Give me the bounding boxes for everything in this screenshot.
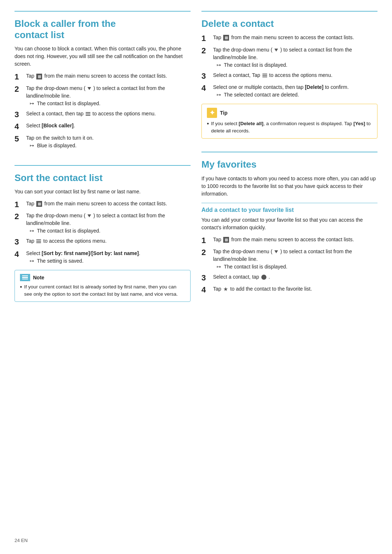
- delete-contact-title: Delete a contact: [201, 18, 377, 29]
- menu-icon: [36, 238, 42, 244]
- step-item: 2 Tap the drop-down menu ( ) to select a…: [15, 212, 191, 235]
- star-icon: ★: [223, 285, 228, 294]
- sort-contact-desc: You can sort your contact list by first …: [15, 188, 191, 196]
- step-item: 1 Tap ▩ from the main menu screen to acc…: [15, 72, 191, 82]
- sort-contact-steps: 1 Tap ▩ from the main menu screen to acc…: [15, 200, 191, 265]
- tip-icon: ✦: [207, 108, 217, 118]
- circle-icon: [261, 275, 266, 280]
- contacts-icon: ▩: [36, 201, 42, 207]
- tip-box: ✦ Tip • If you select [Delete all], a co…: [201, 104, 377, 139]
- note-box: Note • If your current contact list is a…: [15, 270, 191, 302]
- sort-contact-section: Sort the contact list You can sort your …: [15, 165, 191, 308]
- delete-contact-steps: 1 Tap ▩ from the main menu screen to acc…: [201, 34, 377, 99]
- step-item: 4 Tap ★ to add the contact to the favori…: [201, 285, 377, 295]
- my-favorites-desc: If you have contacts to whom you need to…: [201, 175, 377, 198]
- sort-contact-title: Sort the contact list: [15, 172, 191, 184]
- step-item: 4 Select [Sort by: first name]/[Sort by:…: [15, 250, 191, 265]
- menu-icon: [85, 111, 91, 116]
- tip-bullet: • If you select [Delete all], a confirma…: [207, 120, 372, 135]
- step-item: 2 Tap the drop-down menu ( ) to select a…: [201, 46, 377, 69]
- add-favorite-subtitle: Add a contact to your favorite list: [201, 203, 377, 213]
- block-caller-title: Block a caller from the contact list: [15, 18, 191, 41]
- step-item: 1 Tap ▩ from the main menu screen to acc…: [201, 34, 377, 43]
- contacts-icon: ▩: [36, 74, 42, 79]
- note-header: Note: [20, 274, 185, 281]
- step-item: 2 Tap the drop-down menu ( ) to select a…: [15, 85, 191, 107]
- step-item: 3 Select a contact, tap .: [201, 273, 377, 283]
- step-item: 3 Select a contact, then tap to access t…: [15, 110, 191, 119]
- step-item: 3 Tap to access the options menu.: [15, 237, 191, 247]
- contacts-icon: ▩: [223, 35, 229, 41]
- step-item: 4 Select [Block caller].: [15, 122, 191, 131]
- triangle-icon: [87, 214, 91, 217]
- tip-header: ✦ Tip: [207, 108, 372, 118]
- note-bullet: • If your current contact list is alread…: [20, 283, 185, 298]
- add-favorite-steps: 1 Tap ▩ from the main menu screen to acc…: [201, 236, 377, 295]
- step-item: 1 Tap ▩ from the main menu screen to acc…: [15, 200, 191, 209]
- step-item: 5 Tap on the switch to turn it on. ↦ Blu…: [15, 134, 191, 149]
- block-caller-steps: 1 Tap ▩ from the main menu screen to acc…: [15, 72, 191, 149]
- step-item: 2 Tap the drop-down menu ( ) to select a…: [201, 248, 377, 271]
- note-icon: [20, 274, 30, 281]
- step-item: 3 Select a contact, Tap to access the op…: [201, 71, 377, 81]
- page-footer: 24 EN: [15, 538, 28, 543]
- block-caller-section: Block a caller from the contact list You…: [15, 11, 191, 159]
- menu-icon: [262, 72, 268, 78]
- delete-contact-section: Delete a contact 1 Tap ▩ from the main m…: [201, 11, 377, 145]
- triangle-icon: [87, 87, 91, 90]
- step-item: 4 Select one or multiple contacts, then …: [201, 83, 377, 99]
- triangle-icon: [274, 250, 278, 253]
- step-item: 1 Tap ▩ from the main menu screen to acc…: [201, 236, 377, 245]
- add-favorite-desc: You can add your contact to your favorit…: [201, 216, 377, 231]
- triangle-icon: [274, 49, 278, 52]
- my-favorites-section: My favorites If you have contacts to who…: [201, 152, 377, 304]
- block-caller-desc: You can choose to block a contact. When …: [15, 45, 191, 68]
- my-favorites-title: My favorites: [201, 159, 377, 170]
- contacts-icon: ▩: [223, 237, 229, 243]
